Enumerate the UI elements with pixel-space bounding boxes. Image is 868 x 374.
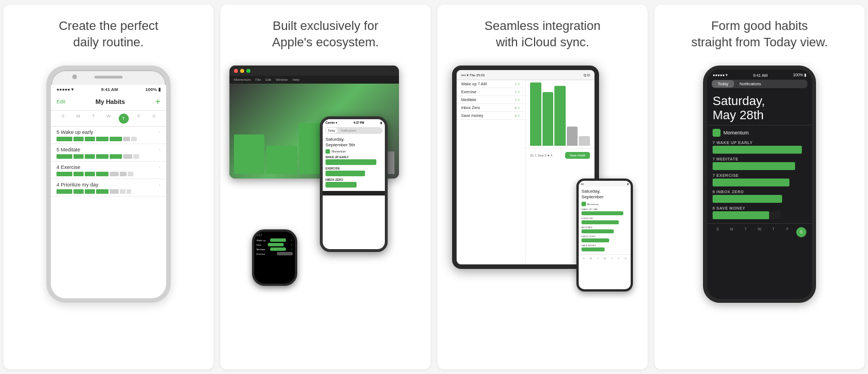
chart-col-3 [554, 86, 566, 146]
p2-toggle: Today Notifications [325, 127, 383, 134]
watch-status: 6:17 [254, 232, 295, 237]
ipad-screen: ∞∞ ▾ Thu 15:01 Q ⊡ Wake up 7 AM 7 ✓ Exer… [457, 70, 594, 264]
habit-prioritize-bars [57, 189, 160, 194]
watch-habit-1: Wake up ✓ [257, 238, 293, 242]
habit-wake[interactable]: 5 Wake up early › [51, 127, 166, 144]
p4-signal: ●●●●● ▾ [713, 73, 728, 77]
p2-time: 4:37 PM [353, 121, 364, 124]
momentum-icon [326, 149, 330, 154]
p4-day-s-active: S [796, 227, 806, 237]
bar-lgray [128, 172, 133, 176]
p4-today-btn[interactable]: Today [712, 80, 734, 88]
bar-green [57, 172, 72, 176]
p4-momentum-header: Momentum [707, 125, 812, 139]
p2-iphone-mockup: Carrier ▾ 4:37 PM ▮ Today Notifications … [320, 116, 388, 252]
p2-notifications-btn[interactable]: Notifications [338, 128, 358, 133]
p4-day-t: T [740, 227, 750, 237]
ipad-habit-row-4[interactable]: Inbox Zero 6 ✓ [457, 104, 525, 112]
habit-exercise[interactable]: 4 Exercise › [51, 162, 166, 179]
menu-edit: Edit [266, 78, 271, 81]
p4-habit-exercise-label: 7 EXERCISE [713, 173, 806, 177]
ipad-habit-row-3[interactable]: Meditate 7 ✓ [457, 96, 525, 104]
status-bar: ●●●●● ▾ 9:41 AM 100% ▮ [51, 85, 166, 94]
ipad-habit-list: Wake up 7 AM 7 ✓ Exercise 7 ✓ Meditate 7… [457, 80, 526, 264]
chart-col-4 [567, 127, 578, 146]
watch-bar-4 [277, 252, 293, 255]
habit-meditate[interactable]: 5 Meditate › [51, 144, 166, 162]
bar-gray [120, 172, 127, 176]
bar-green [110, 137, 122, 141]
signal-icon: ●●●●● ▾ [57, 87, 73, 92]
watch-mockup: 6:17 Wake up ✓ Rest ✓ Meditate [252, 229, 297, 286]
p3-habit-3: MEDITATE [579, 225, 631, 234]
p3-status-right: ▮ [627, 182, 628, 185]
p2-habit-2: EXERCISE [323, 166, 385, 177]
bar-green [110, 154, 122, 159]
habit-prioritize[interactable]: 4 Prioritize my day › [51, 179, 166, 197]
p2-app-name: Momentum [332, 150, 346, 153]
habit-meditate-label: 5 Meditate [57, 147, 80, 153]
chevron-right-icon: › [159, 182, 160, 188]
p4-habit-1: 7 WAKE UP EARLY [707, 139, 812, 155]
p3-date: Saturday,September [579, 186, 631, 201]
panel-3-title: Seamless integrationwith iCloud sync. [484, 18, 600, 54]
p4-notifications-btn[interactable]: Notifications [734, 80, 767, 88]
p4-habit-inbox-bar [713, 195, 782, 203]
p3-iphone-mockup: ●● ▮ Saturday,September Momentum WAKE UP… [576, 179, 633, 292]
p4-habit-meditate-bar [713, 162, 795, 170]
p4-day-s: S [713, 227, 723, 237]
menu-momentum: Momentum [234, 78, 251, 81]
chevron-right-icon: › [159, 147, 160, 153]
p4-day-m: M [727, 227, 737, 237]
ipad-main: Wake up 7 AM 7 ✓ Exercise 7 ✓ Meditate 7… [457, 80, 594, 264]
ipad-date-nav: 31 1 Sep 2 ● 4 [530, 154, 552, 157]
new-habit-button[interactable]: New Habit [565, 152, 590, 159]
p3-day-f: F [618, 257, 619, 260]
menu-window: Window [276, 78, 288, 81]
day-f: F [134, 114, 144, 124]
p4-toggle: Today Notifications [711, 80, 808, 88]
p2-today-btn[interactable]: Today [326, 128, 337, 133]
p3-habit-wake-label: WAKE UP 7 AM [581, 208, 628, 211]
ipad-status: ∞∞ ▾ Thu 15:01 Q ⊡ [457, 70, 594, 80]
ipad-habit-save: Save money [461, 114, 483, 118]
p4-habit-5: 6 SAVE MONEY [707, 205, 812, 221]
ipad-habit-row-5[interactable]: Save money 6 ✓ [457, 112, 525, 120]
chart-col-5 [579, 136, 590, 146]
watch-content: Wake up ✓ Rest ✓ Meditate ✓ [254, 237, 295, 258]
chevron-right-icon: › [159, 129, 160, 135]
chart-bar-1 [234, 134, 264, 174]
p4-habit-exercise-bar [713, 179, 789, 186]
chevron-right-icon: › [159, 164, 160, 170]
day-w: W [103, 114, 114, 124]
p2-iphone-screen: Carrier ▾ 4:37 PM ▮ Today Notifications … [323, 119, 385, 249]
ipad-chart [526, 80, 594, 148]
ipad-habit-row-2[interactable]: Exercise 7 ✓ [457, 88, 525, 96]
p2-momentum-row: Momentum [323, 148, 385, 155]
bar-green [96, 137, 108, 141]
watch-habit-2: Rest ✓ [257, 243, 293, 246]
ipad-habit-inbox: Inbox Zero [461, 106, 480, 110]
p3-day-s: S [583, 257, 585, 260]
add-habit-button[interactable]: + [155, 97, 160, 107]
bar-green [85, 189, 95, 194]
p4-week-row: S M T W T F S [707, 223, 812, 238]
bar-green [57, 154, 72, 159]
p4-habit-wake-bar [713, 146, 802, 154]
p4-screen: ●●●●● ▾ 9:41 AM 100% ▮ Today Notificatio… [707, 69, 812, 299]
bar-green [96, 172, 108, 176]
p4-battery: 100% ▮ [793, 73, 806, 77]
p3-habit-4: INBOX ZERO [579, 234, 631, 243]
p4-habit-save-label: 6 SAVE MONEY [713, 206, 806, 210]
bar-lgray [127, 189, 131, 194]
day-m: M [73, 114, 83, 124]
panel-4-title: Form good habitsstraight from Today view… [691, 18, 828, 54]
p2-habit-wake-bar [326, 159, 376, 165]
chart-bar-2 [266, 146, 297, 174]
battery-icon: 100% ▮ [145, 87, 160, 92]
ipad-habit-row-1[interactable]: Wake up 7 AM 7 ✓ [457, 80, 525, 88]
watch-screen: 6:17 Wake up ✓ Rest ✓ Meditate [254, 232, 295, 284]
p3-habit-save-bar [581, 247, 605, 251]
edit-button[interactable]: Edit [57, 99, 66, 105]
habit-wake-label: 5 Wake up early [57, 129, 93, 135]
